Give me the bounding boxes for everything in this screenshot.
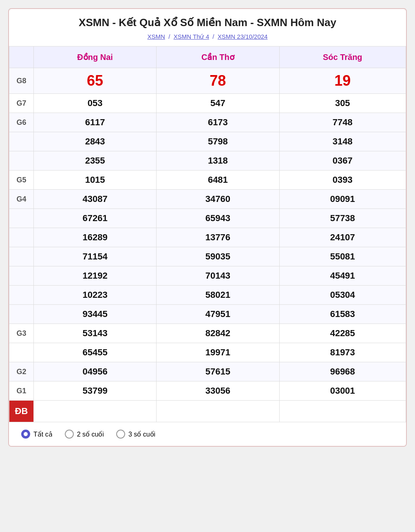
filter-options: Tất cả 2 số cuối 3 số cuối <box>9 422 406 446</box>
g6-1-c2: 6173 <box>157 113 279 132</box>
g3-2-c2: 19971 <box>157 343 279 362</box>
g4-4-c2: 59035 <box>157 247 279 266</box>
row-label-g6: G6 <box>9 113 34 132</box>
filter-2cuoi-label: 2 số cuối <box>77 430 104 438</box>
table-row: 93445 47951 61583 <box>9 305 406 324</box>
g2-c1: 04956 <box>34 362 157 381</box>
row-label-g4-4 <box>9 247 34 266</box>
table-row: 2843 5798 3148 <box>9 132 406 151</box>
g1-c1: 53799 <box>34 381 157 401</box>
row-label-g6-2 <box>9 132 34 151</box>
g1-c3: 03001 <box>279 381 406 401</box>
table-row: G2 04956 57615 96968 <box>9 362 406 381</box>
g4-5-c2: 70143 <box>157 266 279 286</box>
g4-2-c2: 65943 <box>157 209 279 228</box>
lottery-table: Đồng Nai Cần Thơ Sóc Trăng G8 65 78 19 G… <box>9 46 406 422</box>
g6-3-c3: 0367 <box>279 151 406 171</box>
filter-3cuoi-label: 3 số cuối <box>128 430 155 438</box>
g7-c2: 547 <box>157 94 279 113</box>
breadcrumb: XSMN / XSMN Thứ 4 / XSMN 23/10/2024 <box>9 31 406 46</box>
g4-7-c3: 61583 <box>279 305 406 324</box>
g4-6-c3: 05304 <box>279 286 406 305</box>
breadcrumb-xsmn[interactable]: XSMN <box>148 33 165 40</box>
table-row: 2355 1318 0367 <box>9 151 406 171</box>
row-label-g4-5 <box>9 266 34 286</box>
g8-c2: 78 <box>157 68 279 94</box>
g4-2-c3: 57738 <box>279 209 406 228</box>
row-label-g6-3 <box>9 151 34 171</box>
db-c3: 457163 <box>279 401 406 422</box>
table-row: G1 53799 33056 03001 <box>9 381 406 401</box>
g3-2-c1: 65455 <box>34 343 157 362</box>
g4-4-c1: 71154 <box>34 247 157 266</box>
filter-2cuoi[interactable]: 2 số cuối <box>65 430 104 439</box>
row-label-g2: G2 <box>9 362 34 381</box>
g6-2-c2: 5798 <box>157 132 279 151</box>
g4-7-c2: 47951 <box>157 305 279 324</box>
col-header-can-tho: Cần Thơ <box>157 47 279 68</box>
g4-3-c3: 24107 <box>279 228 406 247</box>
g6-3-c1: 2355 <box>34 151 157 171</box>
g8-c3: 19 <box>279 68 406 94</box>
g4-7-c1: 93445 <box>34 305 157 324</box>
g2-c3: 96968 <box>279 362 406 381</box>
table-row: G5 1015 6481 0393 <box>9 171 406 190</box>
radio-3cuoi[interactable] <box>116 430 125 439</box>
g1-c2: 33056 <box>157 381 279 401</box>
row-label-db: ĐB <box>9 401 34 422</box>
table-row: 12192 70143 45491 <box>9 266 406 286</box>
row-label-g1: G1 <box>9 381 34 401</box>
g3-1-c1: 53143 <box>34 324 157 343</box>
table-row: G4 43087 34760 09091 <box>9 190 406 209</box>
g4-3-c2: 13776 <box>157 228 279 247</box>
row-label-g8: G8 <box>9 68 34 94</box>
table-row: G7 053 547 305 <box>9 94 406 113</box>
table-row: 71154 59035 55081 <box>9 247 406 266</box>
g4-2-c1: 67261 <box>34 209 157 228</box>
g5-c1: 1015 <box>34 171 157 190</box>
g5-c3: 0393 <box>279 171 406 190</box>
row-label-g5: G5 <box>9 171 34 190</box>
table-row: 10223 58021 05304 <box>9 286 406 305</box>
table-row-db: ĐB 471308 695165 457163 <box>9 401 406 422</box>
g3-2-c3: 81973 <box>279 343 406 362</box>
main-container: XSMN - Kết Quả Xổ Số Miền Nam - SXMN Hôm… <box>8 8 407 447</box>
breadcrumb-date[interactable]: XSMN 23/10/2024 <box>218 33 268 40</box>
g4-6-c2: 58021 <box>157 286 279 305</box>
filter-3cuoi[interactable]: 3 số cuối <box>116 430 155 439</box>
db-c1: 471308 <box>34 401 157 422</box>
row-label-g3: G3 <box>9 324 34 343</box>
g6-1-c3: 7748 <box>279 113 406 132</box>
row-label-g4-2 <box>9 209 34 228</box>
g6-1-c1: 6117 <box>34 113 157 132</box>
table-row: G3 53143 82842 42285 <box>9 324 406 343</box>
g3-1-c3: 42285 <box>279 324 406 343</box>
table-row: 65455 19971 81973 <box>9 343 406 362</box>
g4-4-c3: 55081 <box>279 247 406 266</box>
table-row: 67261 65943 57738 <box>9 209 406 228</box>
g4-1-c1: 43087 <box>34 190 157 209</box>
g3-1-c2: 82842 <box>157 324 279 343</box>
row-label-g4: G4 <box>9 190 34 209</box>
col-header-soc-trang: Sóc Trăng <box>279 47 406 68</box>
row-label-g7: G7 <box>9 94 34 113</box>
g7-c3: 305 <box>279 94 406 113</box>
table-row: 16289 13776 24107 <box>9 228 406 247</box>
g4-1-c2: 34760 <box>157 190 279 209</box>
g4-3-c1: 16289 <box>34 228 157 247</box>
col-header-dong-nai: Đồng Nai <box>34 47 157 68</box>
radio-all[interactable] <box>21 430 30 439</box>
row-label-g3-2 <box>9 343 34 362</box>
g6-2-c1: 2843 <box>34 132 157 151</box>
filter-all-label: Tất cả <box>33 430 53 438</box>
g4-5-c3: 45491 <box>279 266 406 286</box>
table-row: G8 65 78 19 <box>9 68 406 94</box>
row-label-g4-6 <box>9 286 34 305</box>
breadcrumb-thu4[interactable]: XSMN Thứ 4 <box>174 33 209 40</box>
g2-c2: 57615 <box>157 362 279 381</box>
radio-2cuoi[interactable] <box>65 430 74 439</box>
filter-all[interactable]: Tất cả <box>21 430 53 439</box>
g5-c2: 6481 <box>157 171 279 190</box>
g6-3-c2: 1318 <box>157 151 279 171</box>
g6-2-c3: 3148 <box>279 132 406 151</box>
